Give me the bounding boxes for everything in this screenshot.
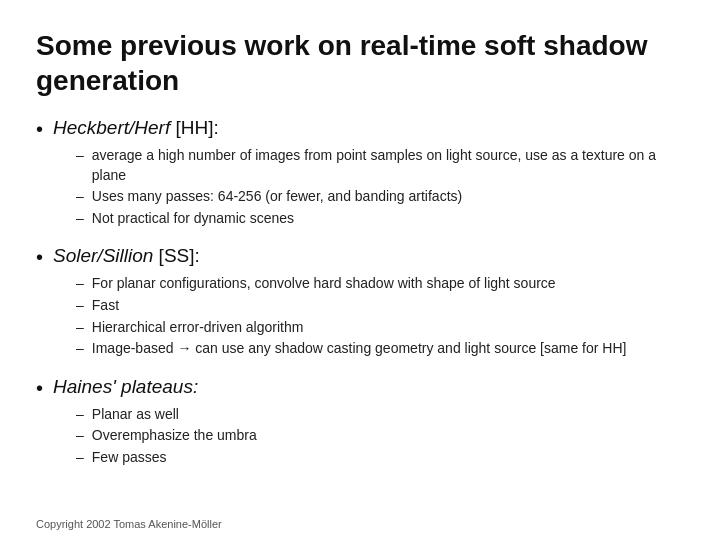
list-item: – Few passes bbox=[76, 448, 684, 468]
bullet-main-text-heckbert: Heckbert/Herf [HH]: bbox=[53, 116, 219, 141]
bullet-section-soler: • Soler/Sillion [SS]: – For planar confi… bbox=[36, 244, 684, 358]
list-item: – Uses many passes: 64-256 (or fewer, an… bbox=[76, 187, 684, 207]
copyright: Copyright 2002 Tomas Akenine-Möller bbox=[36, 518, 222, 530]
bullet-main-text-soler: Soler/Sillion [SS]: bbox=[53, 244, 200, 269]
sub-dash: – bbox=[76, 405, 84, 425]
sub-dash: – bbox=[76, 187, 84, 207]
bullet-main-heckbert: • Heckbert/Herf [HH]: bbox=[36, 116, 684, 142]
bullet-dot-heckbert: • bbox=[36, 116, 43, 142]
sub-bullets-soler: – For planar configurations, convolve ha… bbox=[76, 274, 684, 358]
sub-dash: – bbox=[76, 274, 84, 294]
content-area: • Heckbert/Herf [HH]: – average a high n… bbox=[36, 116, 684, 512]
bullet-dot-haines: • bbox=[36, 375, 43, 401]
slide-title: Some previous work on real-time soft sha… bbox=[36, 28, 684, 98]
bullet-main-haines: • Haines' plateaus: bbox=[36, 375, 684, 401]
list-item: – Planar as well bbox=[76, 405, 684, 425]
sub-text: Not practical for dynamic scenes bbox=[92, 209, 294, 229]
sub-dash: – bbox=[76, 426, 84, 446]
list-item: – Fast bbox=[76, 296, 684, 316]
sub-text: Uses many passes: 64-256 (or fewer, and … bbox=[92, 187, 462, 207]
list-item: – Not practical for dynamic scenes bbox=[76, 209, 684, 229]
sub-text: Few passes bbox=[92, 448, 167, 468]
list-item: – Image-based → can use any shadow casti… bbox=[76, 339, 684, 359]
bullet-section-haines: • Haines' plateaus: – Planar as well – O… bbox=[36, 375, 684, 468]
sub-bullets-heckbert: – average a high number of images from p… bbox=[76, 146, 684, 228]
bullet-main-text-haines: Haines' plateaus: bbox=[53, 375, 198, 400]
sub-text: Planar as well bbox=[92, 405, 179, 425]
sub-text: For planar configurations, convolve hard… bbox=[92, 274, 556, 294]
slide-container: Some previous work on real-time soft sha… bbox=[0, 0, 720, 540]
list-item: – average a high number of images from p… bbox=[76, 146, 684, 185]
sub-dash: – bbox=[76, 339, 84, 359]
sub-dash: – bbox=[76, 448, 84, 468]
sub-bullets-haines: – Planar as well – Overemphasize the umb… bbox=[76, 405, 684, 468]
bullet-main-soler: • Soler/Sillion [SS]: bbox=[36, 244, 684, 270]
sub-dash: – bbox=[76, 209, 84, 229]
bullet-section-heckbert: • Heckbert/Herf [HH]: – average a high n… bbox=[36, 116, 684, 228]
list-item: – Hierarchical error-driven algorithm bbox=[76, 318, 684, 338]
sub-text: Image-based → can use any shadow casting… bbox=[92, 339, 627, 359]
sub-text: average a high number of images from poi… bbox=[92, 146, 684, 185]
sub-dash: – bbox=[76, 146, 84, 166]
sub-dash: – bbox=[76, 318, 84, 338]
list-item: – Overemphasize the umbra bbox=[76, 426, 684, 446]
sub-text: Overemphasize the umbra bbox=[92, 426, 257, 446]
sub-text: Hierarchical error-driven algorithm bbox=[92, 318, 304, 338]
list-item: – For planar configurations, convolve ha… bbox=[76, 274, 684, 294]
sub-text: Fast bbox=[92, 296, 119, 316]
bullet-dot-soler: • bbox=[36, 244, 43, 270]
sub-dash: – bbox=[76, 296, 84, 316]
